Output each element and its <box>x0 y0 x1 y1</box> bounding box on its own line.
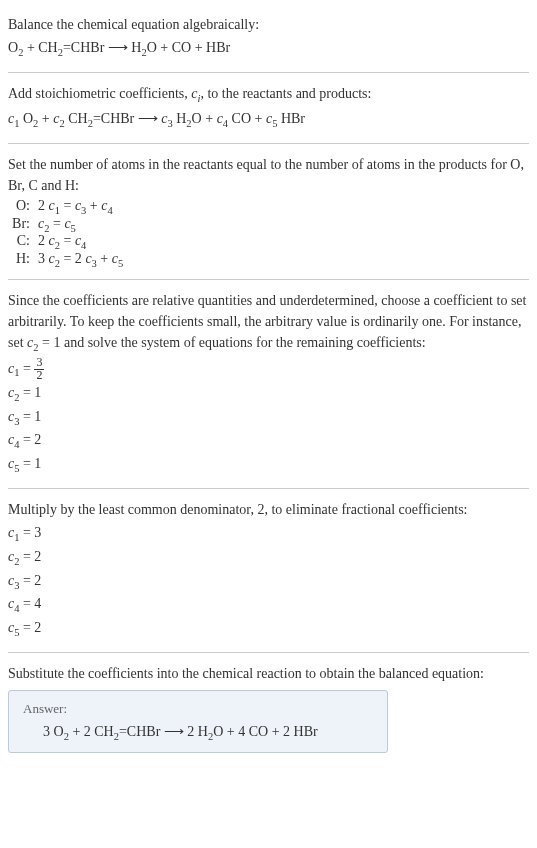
coeff-line: c3 = 1 <box>8 406 529 430</box>
atom-row: O: 2 c1 = c3 + c4 <box>8 198 123 216</box>
coeff-line: c4 = 4 <box>8 593 529 617</box>
step5-text: Multiply by the least common denominator… <box>8 499 529 520</box>
answer-label: Answer: <box>23 701 373 717</box>
coeff-list: c1 = 3 c2 = 2 c3 = 2 c4 = 4 c5 = 2 <box>8 522 529 640</box>
step4-text: Since the coefficients are relative quan… <box>8 290 529 356</box>
atom-row: H: 3 c2 = 2 c3 + c5 <box>8 251 123 269</box>
step2-text: Add stoichiometric coefficients, ci, to … <box>8 83 529 107</box>
atom-row: Br: c2 = c5 <box>8 216 123 234</box>
coeff-line: c5 = 2 <box>8 617 529 641</box>
step1-text: Balance the chemical equation algebraica… <box>8 14 529 35</box>
atom-table: O: 2 c1 = c3 + c4 Br: c2 = c5 C: 2 c2 = … <box>8 198 123 269</box>
coeff-line: c1 = 32 <box>8 357 529 382</box>
atom-label: O: <box>8 198 38 216</box>
divider <box>8 488 529 489</box>
atom-label: Br: <box>8 216 38 234</box>
step6: Substitute the coefficients into the che… <box>8 657 529 759</box>
step4: Since the coefficients are relative quan… <box>8 284 529 485</box>
coeff-line: c2 = 2 <box>8 546 529 570</box>
answer-equation: 3 O2 + 2 CH2=CHBr ⟶ 2 H2O + 4 CO + 2 HBr <box>23 723 373 742</box>
divider <box>8 279 529 280</box>
step5: Multiply by the least common denominator… <box>8 493 529 648</box>
divider <box>8 72 529 73</box>
step6-text: Substitute the coefficients into the che… <box>8 663 529 684</box>
answer-box: Answer: 3 O2 + 2 CH2=CHBr ⟶ 2 H2O + 4 CO… <box>8 690 388 753</box>
atom-row: C: 2 c2 = c4 <box>8 233 123 251</box>
step3-text: Set the number of atoms in the reactants… <box>8 154 529 196</box>
step2: Add stoichiometric coefficients, ci, to … <box>8 77 529 139</box>
atom-label: H: <box>8 251 38 269</box>
coeff-line: c4 = 2 <box>8 429 529 453</box>
step3: Set the number of atoms in the reactants… <box>8 148 529 275</box>
coeff-list: c1 = 32 c2 = 1 c3 = 1 c4 = 2 c5 = 1 <box>8 357 529 476</box>
coeff-line: c1 = 3 <box>8 522 529 546</box>
atom-equation: 3 c2 = 2 c3 + c5 <box>38 251 123 269</box>
atom-equation: 2 c1 = c3 + c4 <box>38 198 123 216</box>
step1-equation: O2 + CH2=CHBr ⟶ H2O + CO + HBr <box>8 37 529 62</box>
step1: Balance the chemical equation algebraica… <box>8 8 529 68</box>
atom-equation: c2 = c5 <box>38 216 123 234</box>
divider <box>8 652 529 653</box>
atom-label: C: <box>8 233 38 251</box>
coeff-line: c3 = 2 <box>8 570 529 594</box>
divider <box>8 143 529 144</box>
atom-equation: 2 c2 = c4 <box>38 233 123 251</box>
step2-equation: c1 O2 + c2 CH2=CHBr ⟶ c3 H2O + c4 CO + c… <box>8 108 529 133</box>
coeff-line: c5 = 1 <box>8 453 529 477</box>
coeff-line: c2 = 1 <box>8 382 529 406</box>
